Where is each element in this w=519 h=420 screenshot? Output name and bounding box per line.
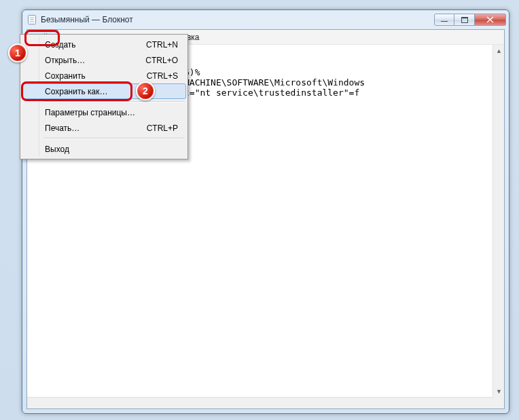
window-controls <box>434 14 506 26</box>
menu-item-save[interactable]: Сохранить CTRL+S <box>22 68 186 83</box>
menu-shortcut: CTRL+O <box>145 56 178 65</box>
menu-item-open[interactable]: Открыть… CTRL+O <box>22 52 186 68</box>
menu-item-exit[interactable]: Выход <box>22 141 186 157</box>
menu-item-page-setup[interactable]: Параметры страницы… <box>22 104 186 120</box>
menu-shortcut: CTRL+P <box>147 123 178 133</box>
scrollbar-corner <box>493 397 504 408</box>
menu-label: Сохранить <box>45 71 86 81</box>
minimize-button[interactable] <box>434 14 454 26</box>
close-button[interactable] <box>475 14 506 26</box>
notepad-icon <box>26 14 37 25</box>
vertical-scrollbar[interactable]: ▲ ▼ <box>493 45 504 397</box>
maximize-button[interactable] <box>454 14 475 26</box>
menu-item-print[interactable]: Печать… CTRL+P <box>22 120 186 136</box>
scroll-track[interactable] <box>493 56 504 385</box>
menu-label: Создать <box>45 40 76 50</box>
menu-label: Параметры страницы… <box>45 108 135 117</box>
menu-separator <box>43 138 185 139</box>
titlebar[interactable]: Безымянный — Блокнот <box>22 10 509 29</box>
menu-shortcut: CTRL+S <box>147 71 178 81</box>
scroll-down-icon[interactable]: ▼ <box>493 385 505 397</box>
menu-item-save-as[interactable]: Сохранить как… <box>22 83 186 99</box>
file-menu-dropdown: Создать CTRL+N Открыть… CTRL+O Сохранить… <box>20 34 188 159</box>
menu-separator <box>43 101 185 102</box>
menu-label: Печать… <box>45 123 79 133</box>
menu-shortcut: CTRL+N <box>146 40 178 50</box>
horizontal-scrollbar[interactable] <box>27 397 493 408</box>
window-title: Безымянный — Блокнот <box>41 15 434 24</box>
menu-label: Сохранить как… <box>45 87 107 96</box>
menu-item-new[interactable]: Создать CTRL+N <box>22 37 186 52</box>
menu-label: Открыть… <box>45 56 85 65</box>
menu-label: Выход <box>45 145 69 154</box>
scroll-up-icon[interactable]: ▲ <box>493 45 505 56</box>
